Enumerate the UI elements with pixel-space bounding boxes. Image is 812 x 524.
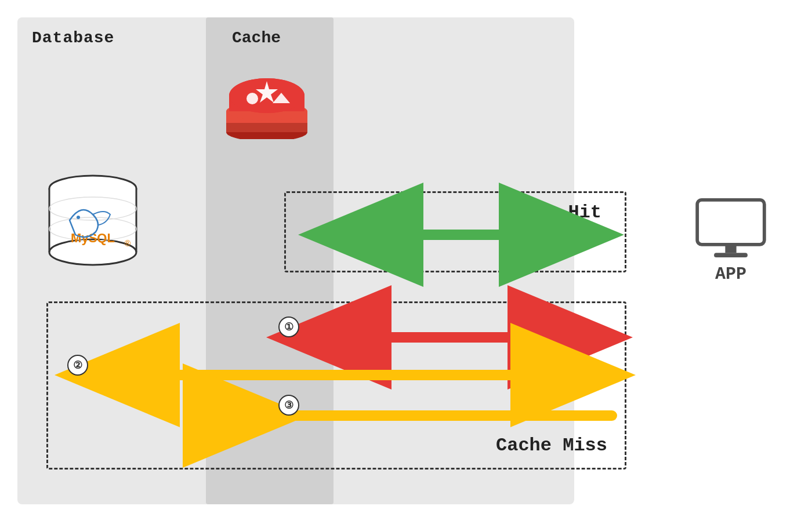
svg-text:®: ®	[125, 239, 131, 248]
circle-2: ②	[67, 355, 88, 376]
app-monitor: APP	[684, 197, 777, 284]
circle-1: ①	[278, 316, 299, 337]
app-label: APP	[715, 264, 746, 284]
svg-point-9	[246, 93, 258, 104]
svg-rect-21	[697, 200, 764, 245]
svg-rect-22	[725, 245, 736, 253]
svg-rect-23	[714, 253, 748, 257]
cache-miss-arrow-1	[270, 322, 629, 354]
cache-miss-label: Cache Miss	[496, 435, 607, 456]
cache-miss-arrow-3	[270, 400, 629, 432]
redis-icon	[223, 64, 310, 139]
database-label: Database	[32, 29, 114, 47]
mysql-icon: MySQL ®	[35, 157, 151, 272]
cache-hit-arrow	[296, 217, 621, 252]
cache-label: Cache	[232, 29, 281, 47]
svg-text:MySQL: MySQL	[71, 231, 115, 245]
cache-miss-arrow-2	[58, 359, 632, 391]
monitor-icon	[693, 197, 768, 259]
circle-3: ③	[278, 395, 299, 416]
svg-point-20	[77, 216, 80, 219]
diagram-container: Database Cache MySQL	[0, 0, 812, 524]
